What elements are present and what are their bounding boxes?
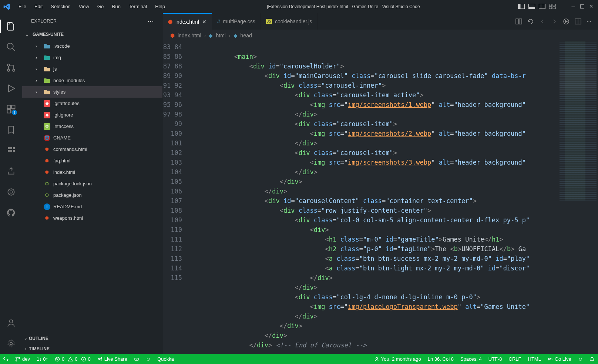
code-editor[interactable]: 83 84 85 86 87 88 89 90 91 92 93 94 95 9… xyxy=(163,41,598,354)
timeline-label: TIMELINE xyxy=(29,346,50,351)
tab-close-icon[interactable]: ✕ xyxy=(202,19,206,25)
tree-item-readme-md[interactable]: iREADME.md xyxy=(22,201,162,212)
svg-point-40 xyxy=(101,357,102,358)
status-blame[interactable]: You, 2 months ago xyxy=(371,354,424,364)
menu-run[interactable]: Run xyxy=(108,2,124,11)
activity-explorer[interactable] xyxy=(0,16,22,37)
status-sync[interactable]: 1↓ 0↑ xyxy=(33,354,51,364)
tree-item-js[interactable]: ›js xyxy=(22,63,162,75)
tree-item-img[interactable]: ›img xyxy=(22,52,162,63)
file-label: faq.html xyxy=(53,158,70,164)
activity-account[interactable] xyxy=(0,313,22,333)
tree-item-faq-html[interactable]: ⬢faq.html xyxy=(22,155,162,166)
file-icon: ◆ xyxy=(44,112,50,118)
activity-extensions[interactable]: 1 xyxy=(0,99,22,119)
revert-icon[interactable] xyxy=(527,18,534,25)
activity-settings[interactable] xyxy=(0,333,22,354)
menu-selection[interactable]: Selection xyxy=(47,2,74,11)
vscode-logo-icon xyxy=(3,3,10,10)
more-icon[interactable]: ⋯ xyxy=(587,18,591,24)
minimize-icon[interactable]: ─ xyxy=(571,4,576,9)
tree-item--gitignore[interactable]: ◆.gitignore xyxy=(22,109,162,121)
project-name: GAMES-UNITE xyxy=(33,32,64,37)
project-header[interactable]: ⌄ GAMES-UNITE xyxy=(22,29,162,40)
css-icon: # xyxy=(217,18,220,24)
activity-apps[interactable] xyxy=(0,140,22,161)
tree-item--htaccess[interactable]: ⚙.htaccess xyxy=(22,121,162,132)
status-encoding[interactable]: UTF-8 xyxy=(485,354,505,364)
split-editor-icon[interactable] xyxy=(575,18,581,24)
editor-tabs: ⬢ index.html ✕ # multiPage.css JS cookie… xyxy=(163,13,598,30)
code-content[interactable]: <main> <div id="carouselHolder"> <div id… xyxy=(189,41,598,354)
tree-item-commands-html[interactable]: ⬢commands.html xyxy=(22,144,162,155)
svg-rect-20 xyxy=(10,147,12,149)
tree-item-weapons-html[interactable]: ⬢weapons.html xyxy=(22,212,162,224)
menu-view[interactable]: View xyxy=(75,2,93,11)
nav-forward-icon[interactable] xyxy=(551,18,558,25)
menu-go[interactable]: Go xyxy=(94,2,107,11)
compare-icon[interactable] xyxy=(515,18,522,24)
menu-help[interactable]: Help xyxy=(151,2,169,11)
tree-item-package-json[interactable]: ⬡package.json xyxy=(22,189,162,201)
activity-bookmarks[interactable] xyxy=(0,119,22,140)
svg-rect-7 xyxy=(553,4,555,6)
customize-layout-icon[interactable] xyxy=(549,4,556,10)
activity-share[interactable] xyxy=(0,161,22,182)
tab-cookiehandler-js[interactable]: JS cookiehandler.js xyxy=(261,13,318,30)
activity-search[interactable] xyxy=(0,37,22,57)
activity-source-control[interactable] xyxy=(0,57,22,78)
status-spaces[interactable]: Spaces: 4 xyxy=(457,354,485,364)
status-golive[interactable]: Go Live xyxy=(544,354,575,364)
nav-back-icon[interactable] xyxy=(539,18,546,25)
activity-github[interactable] xyxy=(0,202,22,223)
svg-rect-3 xyxy=(529,7,535,9)
tab-index-html[interactable]: ⬢ index.html ✕ xyxy=(163,13,212,30)
status-eol[interactable]: CRLF xyxy=(505,354,525,364)
breadcrumb-head[interactable]: head xyxy=(241,33,252,38)
menu-terminal[interactable]: Terminal xyxy=(125,2,151,11)
breadcrumb[interactable]: ⬢ index.html › ◆ html › ◆ head xyxy=(163,30,598,41)
activity-run-debug[interactable] xyxy=(0,78,22,99)
titlebar: File Edit Selection View Go Run Terminal… xyxy=(0,0,598,13)
status-liveshare[interactable]: Live Share xyxy=(94,354,131,364)
outline-section[interactable]: › OUTLINE xyxy=(22,333,162,344)
activity-target[interactable] xyxy=(0,182,22,202)
tree-item--vscode[interactable]: ›.vscode xyxy=(22,40,162,52)
tree-item-cname[interactable]: 🌐CNAME xyxy=(22,132,162,144)
status-cursor[interactable]: Ln 36, Col 8 xyxy=(424,354,457,364)
breadcrumb-file[interactable]: index.html xyxy=(178,33,201,38)
svg-point-43 xyxy=(376,357,377,359)
status-language[interactable]: HTML xyxy=(525,354,544,364)
status-emoji[interactable]: ☺ xyxy=(142,354,154,364)
status-bell-icon[interactable] xyxy=(586,354,598,364)
svg-point-25 xyxy=(8,189,14,195)
status-port[interactable] xyxy=(131,354,142,364)
tree-item-node-modules[interactable]: ›node_modules xyxy=(22,75,162,86)
close-icon[interactable]: ✕ xyxy=(588,4,594,9)
tree-item-styles[interactable]: ›styles xyxy=(22,86,162,98)
tree-item--gitattributes[interactable]: ◆.gitattributes xyxy=(22,98,162,109)
toggle-panel-right-icon[interactable] xyxy=(539,4,545,10)
menu-file[interactable]: File xyxy=(15,2,30,11)
outline-label: OUTLINE xyxy=(29,336,48,341)
toggle-panel-bottom-icon[interactable] xyxy=(528,4,535,10)
breadcrumb-html[interactable]: html xyxy=(216,33,225,38)
minimap[interactable] xyxy=(560,41,597,200)
status-feedback[interactable]: ☺ xyxy=(575,354,586,364)
tab-multipage-css[interactable]: # multiPage.css xyxy=(212,13,261,30)
status-quokka[interactable]: Quokka xyxy=(154,354,177,364)
run-icon[interactable] xyxy=(563,18,570,25)
svg-point-44 xyxy=(550,358,551,360)
tree-item-index-html[interactable]: ⬢index.html xyxy=(22,166,162,178)
status-remote[interactable] xyxy=(0,354,12,364)
status-problems[interactable]: 0 0 0 xyxy=(51,354,94,364)
toggle-panel-left-icon[interactable] xyxy=(518,4,525,10)
svg-point-11 xyxy=(7,43,13,49)
timeline-section[interactable]: › TIMELINE xyxy=(22,344,162,354)
status-branch[interactable]: dev xyxy=(12,354,33,364)
maximize-icon[interactable] xyxy=(579,4,585,9)
menu-edit[interactable]: Edit xyxy=(31,2,46,11)
sidebar-more-icon[interactable]: ⋯ xyxy=(147,17,154,25)
file-icon: ⬡ xyxy=(44,181,50,187)
tree-item-package-lock-json[interactable]: ⬡package-lock.json xyxy=(22,178,162,189)
